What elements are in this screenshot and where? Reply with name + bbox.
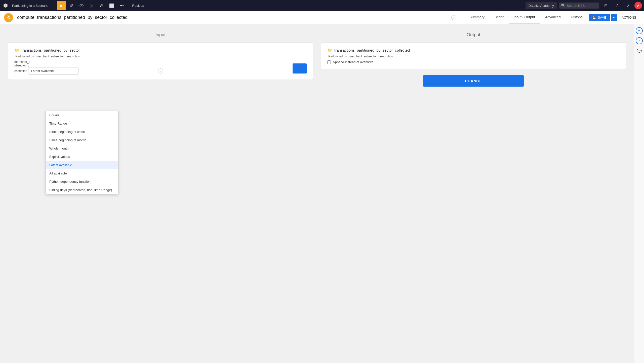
output-dataset-header: 📁 transactions_partitioned_by_sector_col… <box>327 48 620 53</box>
user-avatar[interactable]: A <box>634 2 642 9</box>
save-label: SAVE <box>598 16 606 19</box>
content-area: Input 📁 transactions_partitioned_by_sect… <box>0 24 634 363</box>
analytics-icon-btn[interactable]: ↗ <box>623 1 632 10</box>
change-btn-container: CHANGE <box>321 75 626 87</box>
output-dataset-card: 📁 transactions_partitioned_by_sector_col… <box>321 43 626 69</box>
dropdown-item-since-month[interactable]: Since beginning of month <box>46 136 118 144</box>
partitioned-by-value: merchant_subsector_description <box>36 55 80 58</box>
search-icon: 🔍 <box>561 4 565 8</box>
partition-line1: merchant_s <box>14 60 78 64</box>
code-icon-btn[interactable]: </> <box>77 1 86 10</box>
dropdown-item-time-range[interactable]: Time Range <box>46 119 118 128</box>
folder-icon: 📁 <box>14 48 19 53</box>
partitioned-by-label: Partitioned by: <box>15 55 35 58</box>
refresh-icon-btn[interactable]: ↺ <box>67 1 76 10</box>
input-partitioned-by: Partitioned by: merchant_subsector_descr… <box>14 55 307 58</box>
append-label: Append instead of overwrite <box>333 60 373 64</box>
partition-dropdown-menu: Equals Time Range Since beginning of wee… <box>46 111 118 194</box>
view-icon-btn[interactable]: ⬜ <box>107 1 116 10</box>
output-dataset-name: transactions_partitioned_by_sector_colle… <box>334 48 410 52</box>
right-sidebar: + i 💬 <box>634 24 644 363</box>
dropdown-item-latest[interactable]: Latest available <box>46 161 118 169</box>
tab-input-output[interactable]: Input / Output <box>509 12 540 23</box>
code-icon: </> <box>78 3 84 8</box>
partition-type-select[interactable]: Equals Time Range Since beginning of wee… <box>28 67 78 75</box>
sub-header: ⊙ compute_transactions_partitioned_by_se… <box>0 11 644 24</box>
sidebar-chat-btn[interactable]: 💬 <box>636 47 643 54</box>
recipe-title: compute_transactions_partitioned_by_sect… <box>17 15 448 20</box>
topbar: Partitioning in a Scenario ▶ ↺ </> ▷ 🖨 ⬜… <box>0 0 644 11</box>
input-dataset-name: transactions_partitioned_by_sector <box>21 48 80 52</box>
refresh-icon: ↺ <box>70 3 73 8</box>
actions-button[interactable]: ACTIONS <box>618 14 640 21</box>
input-section-title: Input <box>8 32 313 38</box>
tab-script[interactable]: Script <box>490 12 509 23</box>
run-icon-btn[interactable]: ▷ <box>87 1 96 10</box>
flow-icon-btn[interactable]: ▶ <box>57 1 66 10</box>
output-partitioned-by-label: Partitioned by: <box>328 55 348 58</box>
recipe-icon-symbol: ⊙ <box>7 15 10 20</box>
save-icon: 💾 <box>592 16 596 19</box>
sidebar-info-btn[interactable]: i <box>636 37 643 44</box>
partition-select-wrapper: Equals Time Range Since beginning of wee… <box>28 67 78 75</box>
input-action-btn-area <box>293 63 307 74</box>
input-column: Input 📁 transactions_partitioned_by_sect… <box>8 32 313 87</box>
dropdown-item-equals[interactable]: Equals <box>46 111 118 119</box>
tab-history[interactable]: History <box>566 12 587 23</box>
input-dataset-card: 📁 transactions_partitioned_by_sector Par… <box>8 43 313 80</box>
dropdown-item-explicit[interactable]: Explicit values <box>46 153 118 161</box>
save-button[interactable]: 💾 SAVE <box>589 14 610 21</box>
more-icon: ••• <box>119 3 124 8</box>
grid-icon: ⊞ <box>604 3 608 8</box>
print-icon: 🖨 <box>100 3 104 8</box>
more-icon-btn[interactable]: ••• <box>117 1 126 10</box>
help-icon-btn[interactable]: ? <box>612 1 621 10</box>
partition-line2: ubsector_d <box>14 64 78 67</box>
dropdown-item-all[interactable]: All available <box>46 169 118 177</box>
recipes-label[interactable]: Recipes <box>129 2 147 9</box>
separator <box>55 3 55 9</box>
search-box: 🔍 <box>559 3 599 9</box>
partition-field-lines: merchant_s ubsector_d escription Equals … <box>14 60 78 75</box>
topbar-right: Dataiku Academy 🔍 ⊞ ? ↗ A <box>526 1 642 10</box>
append-checkbox[interactable] <box>327 60 331 64</box>
output-folder-icon: 📁 <box>327 48 332 53</box>
workspace-button[interactable]: Dataiku Academy <box>526 2 557 9</box>
input-dataset-header: 📁 transactions_partitioned_by_sector <box>14 48 307 53</box>
tab-bar: Summary Script Input / Output Advanced H… <box>464 12 587 23</box>
tab-advanced[interactable]: Advanced <box>540 12 566 23</box>
app-logo[interactable] <box>2 2 9 9</box>
grid-icon-btn[interactable]: ⊞ <box>601 1 610 10</box>
save-dropdown-button[interactable]: ▾ <box>611 14 617 21</box>
output-partitioned-by: Partitioned by: merchant_subsector_descr… <box>327 55 620 58</box>
dropdown-item-whole-month[interactable]: Whole month <box>46 144 118 153</box>
dropdown-item-sliding[interactable]: Sliding days (deprecated, use Time Range… <box>46 186 118 194</box>
change-button[interactable]: CHANGE <box>423 75 524 87</box>
run-icon: ▷ <box>90 3 93 8</box>
main-content: Input 📁 transactions_partitioned_by_sect… <box>0 24 644 363</box>
input-blue-btn[interactable] <box>293 63 307 74</box>
chevron-down-icon: ▾ <box>613 16 615 19</box>
tab-summary[interactable]: Summary <box>464 12 490 23</box>
output-partitioned-by-value: merchant_subsector_description <box>349 55 393 58</box>
append-row: Append instead of overwrite <box>327 60 620 64</box>
help-icon: ? <box>616 3 618 8</box>
dropdown-item-python[interactable]: Python dependency function <box>46 177 118 186</box>
output-section-title: Output <box>321 32 626 38</box>
analytics-icon: ↗ <box>626 3 630 8</box>
recipe-icon: ⊙ <box>4 13 13 22</box>
recipe-help-icon[interactable]: ? <box>451 15 456 20</box>
partition-line3: escription <box>14 69 27 73</box>
header-actions: 💾 SAVE ▾ ACTIONS <box>589 14 640 21</box>
dropdown-item-since-week[interactable]: Since beginning of week <box>46 128 118 136</box>
input-help-icon[interactable]: ? <box>158 68 163 74</box>
project-name[interactable]: Partitioning in a Scenario <box>10 4 51 8</box>
search-input[interactable] <box>567 4 597 8</box>
output-column: Output 📁 transactions_partitioned_by_sec… <box>321 32 626 87</box>
flow-icon: ▶ <box>60 3 63 8</box>
view-icon: ⬜ <box>109 3 114 8</box>
sidebar-add-btn[interactable]: + <box>636 27 643 34</box>
print-icon-btn[interactable]: 🖨 <box>97 1 106 10</box>
